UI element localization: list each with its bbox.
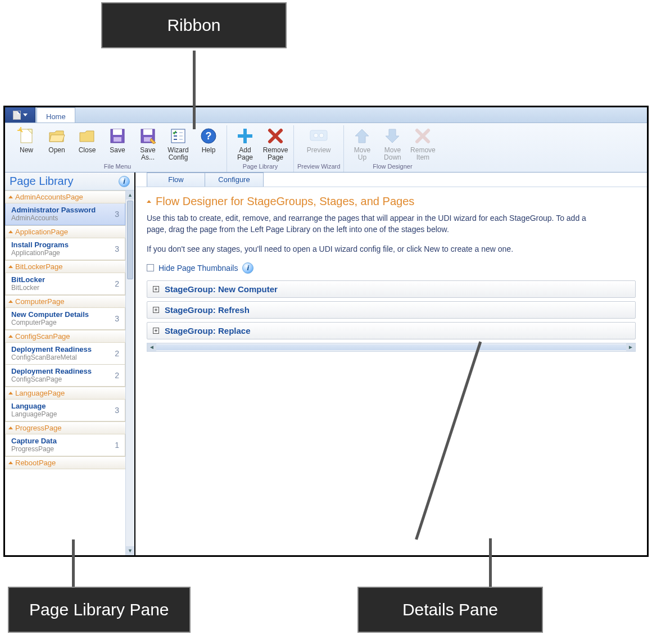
library-item-subtitle: AdminAccounts xyxy=(11,214,96,222)
library-item-subtitle: LanguagePage xyxy=(11,410,57,418)
save-label: Save xyxy=(110,147,125,154)
library-group-header[interactable]: ConfigScanPage xyxy=(5,330,125,343)
scroll-left-icon[interactable]: ◄ xyxy=(147,343,156,351)
ribbon-group-flow-designer: Move Up Move Down Remove Item Flow Desig… xyxy=(344,125,441,172)
svg-rect-12 xyxy=(171,129,185,143)
library-group-header[interactable]: ComputerPage xyxy=(5,295,125,308)
library-group-name: BitLockerPage xyxy=(15,262,63,271)
open-label: Open xyxy=(48,147,65,154)
library-group-header[interactable]: ApplicationPage xyxy=(5,225,125,238)
hide-thumbnails-checkbox[interactable] xyxy=(147,264,154,271)
library-item[interactable]: New Computer DetailsComputerPage3 xyxy=(5,308,125,330)
page-library-header: Page Library i xyxy=(5,173,134,191)
library-item-subtitle: ConfigScanPage xyxy=(11,375,92,383)
expand-caret-icon xyxy=(8,461,13,464)
tab-flow[interactable]: Flow xyxy=(147,173,205,187)
library-item[interactable]: Administrator PasswordAdminAccounts3 xyxy=(5,203,125,225)
library-item[interactable]: Deployment ReadinessConfigScanPage2 xyxy=(5,365,125,387)
stage-group-row[interactable]: +StageGroup: New Computer xyxy=(147,280,636,298)
remove-page-button[interactable]: Remove Page xyxy=(261,125,290,161)
save-button[interactable]: Save xyxy=(103,125,132,161)
library-item-title: BitLocker xyxy=(11,275,45,284)
scroll-track[interactable] xyxy=(156,344,626,350)
tab-configure[interactable]: Configure xyxy=(205,173,264,187)
add-page-button[interactable]: Add Page xyxy=(230,125,260,161)
library-item-subtitle: ApplicationPage xyxy=(11,249,69,257)
ribbon-group-file-menu-label: File Menu xyxy=(104,163,131,172)
stage-group-row[interactable]: +StageGroup: Replace xyxy=(147,322,636,339)
library-group-header[interactable]: ProgressPage xyxy=(5,421,125,434)
stage-group-label: StageGroup: Refresh xyxy=(165,305,250,315)
callout-details-line-2 xyxy=(489,538,492,588)
library-item[interactable]: LanguageLanguagePage3 xyxy=(5,400,125,421)
scroll-up-icon[interactable]: ▲ xyxy=(126,191,134,199)
page-library-title: Page Library xyxy=(10,175,73,188)
callout-ribbon: Ribbon xyxy=(101,2,287,48)
new-icon xyxy=(17,126,36,146)
library-item-count: 2 xyxy=(115,279,121,288)
svg-marker-21 xyxy=(386,129,399,143)
move-up-label: Move Up xyxy=(348,147,375,161)
expand-caret-icon xyxy=(8,300,13,303)
close-button[interactable]: Close xyxy=(73,125,102,161)
info-icon[interactable]: i xyxy=(242,262,253,274)
library-item-count: 2 xyxy=(115,371,121,380)
ribbon-group-preview-wizard-label: Preview Wizard xyxy=(297,163,340,172)
expand-caret-icon[interactable] xyxy=(147,200,151,203)
new-button[interactable]: New xyxy=(12,125,41,161)
wizard-config-icon xyxy=(169,126,188,146)
x-icon xyxy=(266,126,285,146)
library-group-header[interactable]: LanguagePage xyxy=(5,387,125,400)
wizard-config-label: Wizard Config xyxy=(165,147,192,161)
tab-home[interactable]: Home xyxy=(37,107,75,123)
help-button[interactable]: ? Help xyxy=(194,125,223,161)
expand-plus-icon[interactable]: + xyxy=(153,307,159,313)
open-button[interactable]: Open xyxy=(42,125,71,161)
scroll-right-icon[interactable]: ► xyxy=(626,343,635,351)
library-item[interactable]: BitLockerBitLocker2 xyxy=(5,273,125,295)
svg-rect-9 xyxy=(143,129,152,135)
library-item[interactable]: Deployment ReadinessConfigScanBareMetal2 xyxy=(5,343,125,365)
library-item-subtitle: BitLocker xyxy=(11,284,45,292)
arrow-down-icon xyxy=(383,126,402,146)
svg-point-18 xyxy=(314,133,318,138)
expand-plus-icon[interactable]: + xyxy=(153,286,159,292)
expand-caret-icon xyxy=(8,265,13,268)
expand-caret-icon xyxy=(8,196,13,198)
wizard-config-button[interactable]: Wizard Config xyxy=(164,125,193,161)
move-up-button: Move Up xyxy=(347,125,377,161)
help-label: Help xyxy=(202,147,216,154)
library-item-title: Capture Data xyxy=(11,437,57,445)
callout-details: Details Pane xyxy=(357,587,543,633)
remove-item-button: Remove Item xyxy=(408,125,437,161)
preview-label: Preview xyxy=(307,147,331,154)
x-faded-icon xyxy=(413,126,432,146)
stage-group-label: StageGroup: New Computer xyxy=(165,284,278,294)
library-item-title: Language xyxy=(11,402,57,410)
save-as-button[interactable]: Save As... xyxy=(133,125,162,161)
horizontal-scrollbar[interactable]: ◄ ► xyxy=(147,343,636,352)
stage-group-row[interactable]: +StageGroup: Refresh xyxy=(147,301,636,319)
library-item[interactable]: Capture DataProgressPage1 xyxy=(5,434,125,456)
library-group-header[interactable]: AdminAccountsPage xyxy=(5,191,125,203)
arrow-up-icon xyxy=(352,126,372,146)
library-group-name: RebootPage xyxy=(15,459,56,467)
info-icon[interactable]: i xyxy=(119,176,130,187)
app-menu-button[interactable] xyxy=(5,107,35,123)
library-group-header[interactable]: BitLockerPage xyxy=(5,260,125,273)
expand-plus-icon[interactable]: + xyxy=(153,328,159,334)
library-group-name: ApplicationPage xyxy=(15,228,68,236)
ribbon-group-preview-wizard: Preview Preview Wizard xyxy=(294,125,344,172)
library-item[interactable]: Install ProgramsApplicationPage3 xyxy=(5,238,125,260)
vertical-scrollbar[interactable]: ▲ ▼ xyxy=(125,191,134,555)
library-item-title: Install Programs xyxy=(11,241,69,249)
scroll-thumb[interactable] xyxy=(127,201,133,279)
library-item-title: New Computer Details xyxy=(11,310,89,319)
dropdown-caret-icon xyxy=(23,114,28,116)
help-icon: ? xyxy=(199,126,218,146)
library-group-header[interactable]: RebootPage xyxy=(5,456,125,469)
scroll-down-icon[interactable]: ▼ xyxy=(126,546,134,555)
library-item-title: Deployment Readiness xyxy=(11,367,92,375)
library-item-count: 3 xyxy=(115,406,121,415)
save-as-icon xyxy=(138,126,157,146)
